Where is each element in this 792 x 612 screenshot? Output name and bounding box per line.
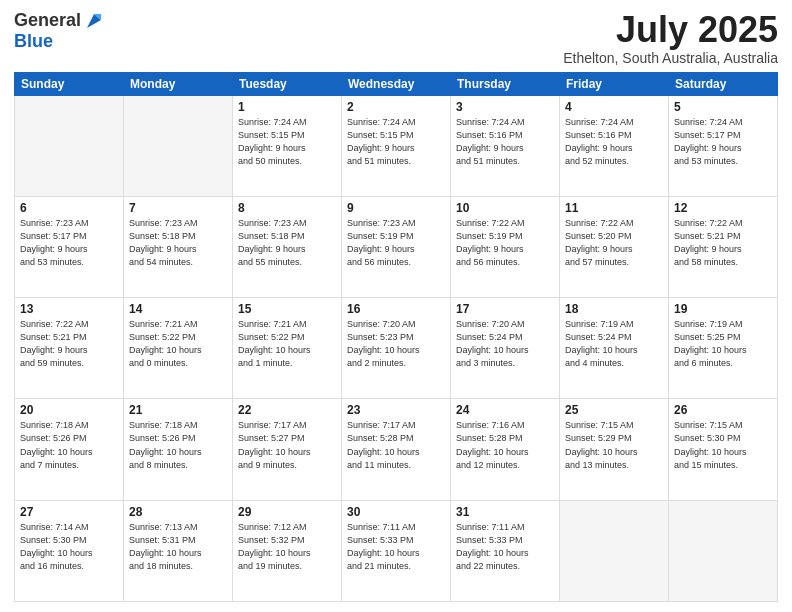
weekday-header-saturday: Saturday xyxy=(669,72,778,95)
calendar-cell xyxy=(15,95,124,196)
day-number: 24 xyxy=(456,403,554,417)
calendar-cell: 16Sunrise: 7:20 AM Sunset: 5:23 PM Dayli… xyxy=(342,298,451,399)
weekday-header-monday: Monday xyxy=(124,72,233,95)
day-number: 19 xyxy=(674,302,772,316)
calendar-cell: 21Sunrise: 7:18 AM Sunset: 5:26 PM Dayli… xyxy=(124,399,233,500)
day-number: 6 xyxy=(20,201,118,215)
day-number: 4 xyxy=(565,100,663,114)
week-row-4: 20Sunrise: 7:18 AM Sunset: 5:26 PM Dayli… xyxy=(15,399,778,500)
day-info: Sunrise: 7:13 AM Sunset: 5:31 PM Dayligh… xyxy=(129,521,227,573)
day-number: 10 xyxy=(456,201,554,215)
calendar-cell: 11Sunrise: 7:22 AM Sunset: 5:20 PM Dayli… xyxy=(560,196,669,297)
calendar-cell: 6Sunrise: 7:23 AM Sunset: 5:17 PM Daylig… xyxy=(15,196,124,297)
calendar-table: SundayMondayTuesdayWednesdayThursdayFrid… xyxy=(14,72,778,602)
calendar-cell: 7Sunrise: 7:23 AM Sunset: 5:18 PM Daylig… xyxy=(124,196,233,297)
calendar-cell: 23Sunrise: 7:17 AM Sunset: 5:28 PM Dayli… xyxy=(342,399,451,500)
day-number: 25 xyxy=(565,403,663,417)
calendar-cell: 19Sunrise: 7:19 AM Sunset: 5:25 PM Dayli… xyxy=(669,298,778,399)
day-info: Sunrise: 7:19 AM Sunset: 5:24 PM Dayligh… xyxy=(565,318,663,370)
day-info: Sunrise: 7:12 AM Sunset: 5:32 PM Dayligh… xyxy=(238,521,336,573)
day-info: Sunrise: 7:18 AM Sunset: 5:26 PM Dayligh… xyxy=(20,419,118,471)
day-number: 17 xyxy=(456,302,554,316)
day-info: Sunrise: 7:20 AM Sunset: 5:23 PM Dayligh… xyxy=(347,318,445,370)
calendar-cell: 14Sunrise: 7:21 AM Sunset: 5:22 PM Dayli… xyxy=(124,298,233,399)
weekday-header-row: SundayMondayTuesdayWednesdayThursdayFrid… xyxy=(15,72,778,95)
calendar-cell: 30Sunrise: 7:11 AM Sunset: 5:33 PM Dayli… xyxy=(342,500,451,601)
calendar-cell: 27Sunrise: 7:14 AM Sunset: 5:30 PM Dayli… xyxy=(15,500,124,601)
day-number: 26 xyxy=(674,403,772,417)
calendar-cell xyxy=(560,500,669,601)
main-title: July 2025 xyxy=(563,10,778,50)
calendar-cell: 29Sunrise: 7:12 AM Sunset: 5:32 PM Dayli… xyxy=(233,500,342,601)
day-number: 11 xyxy=(565,201,663,215)
day-number: 22 xyxy=(238,403,336,417)
day-info: Sunrise: 7:20 AM Sunset: 5:24 PM Dayligh… xyxy=(456,318,554,370)
day-number: 9 xyxy=(347,201,445,215)
week-row-5: 27Sunrise: 7:14 AM Sunset: 5:30 PM Dayli… xyxy=(15,500,778,601)
calendar-cell: 10Sunrise: 7:22 AM Sunset: 5:19 PM Dayli… xyxy=(451,196,560,297)
weekday-header-thursday: Thursday xyxy=(451,72,560,95)
day-number: 27 xyxy=(20,505,118,519)
day-info: Sunrise: 7:24 AM Sunset: 5:15 PM Dayligh… xyxy=(347,116,445,168)
calendar-cell xyxy=(124,95,233,196)
day-info: Sunrise: 7:14 AM Sunset: 5:30 PM Dayligh… xyxy=(20,521,118,573)
day-info: Sunrise: 7:21 AM Sunset: 5:22 PM Dayligh… xyxy=(129,318,227,370)
day-info: Sunrise: 7:22 AM Sunset: 5:21 PM Dayligh… xyxy=(20,318,118,370)
logo-general-text: General xyxy=(14,11,81,31)
logo-icon xyxy=(83,10,105,32)
calendar-cell: 17Sunrise: 7:20 AM Sunset: 5:24 PM Dayli… xyxy=(451,298,560,399)
day-info: Sunrise: 7:11 AM Sunset: 5:33 PM Dayligh… xyxy=(456,521,554,573)
calendar-cell: 18Sunrise: 7:19 AM Sunset: 5:24 PM Dayli… xyxy=(560,298,669,399)
day-info: Sunrise: 7:17 AM Sunset: 5:28 PM Dayligh… xyxy=(347,419,445,471)
calendar-cell: 25Sunrise: 7:15 AM Sunset: 5:29 PM Dayli… xyxy=(560,399,669,500)
day-info: Sunrise: 7:23 AM Sunset: 5:18 PM Dayligh… xyxy=(238,217,336,269)
day-info: Sunrise: 7:16 AM Sunset: 5:28 PM Dayligh… xyxy=(456,419,554,471)
calendar-cell: 9Sunrise: 7:23 AM Sunset: 5:19 PM Daylig… xyxy=(342,196,451,297)
logo: General Blue xyxy=(14,10,105,52)
day-number: 20 xyxy=(20,403,118,417)
day-info: Sunrise: 7:23 AM Sunset: 5:17 PM Dayligh… xyxy=(20,217,118,269)
day-info: Sunrise: 7:24 AM Sunset: 5:15 PM Dayligh… xyxy=(238,116,336,168)
calendar-cell: 15Sunrise: 7:21 AM Sunset: 5:22 PM Dayli… xyxy=(233,298,342,399)
day-info: Sunrise: 7:11 AM Sunset: 5:33 PM Dayligh… xyxy=(347,521,445,573)
weekday-header-friday: Friday xyxy=(560,72,669,95)
day-info: Sunrise: 7:22 AM Sunset: 5:20 PM Dayligh… xyxy=(565,217,663,269)
day-info: Sunrise: 7:24 AM Sunset: 5:16 PM Dayligh… xyxy=(456,116,554,168)
day-info: Sunrise: 7:17 AM Sunset: 5:27 PM Dayligh… xyxy=(238,419,336,471)
weekday-header-sunday: Sunday xyxy=(15,72,124,95)
day-number: 12 xyxy=(674,201,772,215)
day-info: Sunrise: 7:23 AM Sunset: 5:19 PM Dayligh… xyxy=(347,217,445,269)
weekday-header-wednesday: Wednesday xyxy=(342,72,451,95)
calendar-cell: 4Sunrise: 7:24 AM Sunset: 5:16 PM Daylig… xyxy=(560,95,669,196)
day-number: 31 xyxy=(456,505,554,519)
day-info: Sunrise: 7:24 AM Sunset: 5:16 PM Dayligh… xyxy=(565,116,663,168)
day-number: 7 xyxy=(129,201,227,215)
calendar-cell xyxy=(669,500,778,601)
subtitle: Ethelton, South Australia, Australia xyxy=(563,50,778,66)
calendar-cell: 13Sunrise: 7:22 AM Sunset: 5:21 PM Dayli… xyxy=(15,298,124,399)
calendar-cell: 8Sunrise: 7:23 AM Sunset: 5:18 PM Daylig… xyxy=(233,196,342,297)
day-number: 29 xyxy=(238,505,336,519)
day-info: Sunrise: 7:22 AM Sunset: 5:21 PM Dayligh… xyxy=(674,217,772,269)
day-info: Sunrise: 7:23 AM Sunset: 5:18 PM Dayligh… xyxy=(129,217,227,269)
day-number: 14 xyxy=(129,302,227,316)
day-number: 21 xyxy=(129,403,227,417)
calendar-cell: 24Sunrise: 7:16 AM Sunset: 5:28 PM Dayli… xyxy=(451,399,560,500)
week-row-3: 13Sunrise: 7:22 AM Sunset: 5:21 PM Dayli… xyxy=(15,298,778,399)
day-number: 16 xyxy=(347,302,445,316)
calendar-cell: 12Sunrise: 7:22 AM Sunset: 5:21 PM Dayli… xyxy=(669,196,778,297)
day-info: Sunrise: 7:19 AM Sunset: 5:25 PM Dayligh… xyxy=(674,318,772,370)
day-info: Sunrise: 7:21 AM Sunset: 5:22 PM Dayligh… xyxy=(238,318,336,370)
weekday-header-tuesday: Tuesday xyxy=(233,72,342,95)
day-number: 15 xyxy=(238,302,336,316)
day-info: Sunrise: 7:18 AM Sunset: 5:26 PM Dayligh… xyxy=(129,419,227,471)
week-row-1: 1Sunrise: 7:24 AM Sunset: 5:15 PM Daylig… xyxy=(15,95,778,196)
page: General Blue July 2025 Ethelton, South A… xyxy=(0,0,792,612)
header: General Blue July 2025 Ethelton, South A… xyxy=(14,10,778,66)
calendar-cell: 20Sunrise: 7:18 AM Sunset: 5:26 PM Dayli… xyxy=(15,399,124,500)
calendar-cell: 31Sunrise: 7:11 AM Sunset: 5:33 PM Dayli… xyxy=(451,500,560,601)
calendar-cell: 5Sunrise: 7:24 AM Sunset: 5:17 PM Daylig… xyxy=(669,95,778,196)
day-info: Sunrise: 7:15 AM Sunset: 5:30 PM Dayligh… xyxy=(674,419,772,471)
calendar-cell: 22Sunrise: 7:17 AM Sunset: 5:27 PM Dayli… xyxy=(233,399,342,500)
calendar-cell: 28Sunrise: 7:13 AM Sunset: 5:31 PM Dayli… xyxy=(124,500,233,601)
